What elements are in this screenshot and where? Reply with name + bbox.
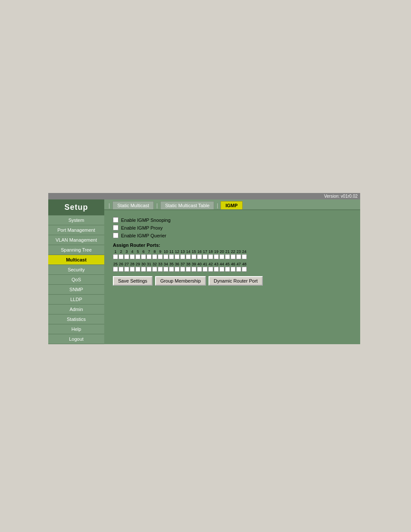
sidebar-item-spanning-tree[interactable]: Spanning Tree — [48, 245, 104, 255]
port-checkbox-10[interactable] — [163, 254, 168, 259]
port-num-10: 10 — [163, 249, 168, 254]
port-checkbox-11[interactable] — [169, 254, 174, 259]
port-num-27: 27 — [124, 262, 129, 266]
port-checkbox-19[interactable] — [214, 254, 219, 259]
port-checkbox-39[interactable] — [191, 267, 196, 272]
port-checkbox-4[interactable] — [130, 254, 135, 259]
port-num-19: 19 — [214, 249, 219, 254]
port-num-37: 37 — [180, 262, 185, 266]
port-checkbox-15[interactable] — [191, 254, 196, 259]
port-checkbox-41[interactable] — [202, 267, 208, 272]
port-checkbox-17[interactable] — [202, 254, 208, 259]
port-checkbox-1[interactable] — [113, 254, 118, 259]
ports-row2-checks[interactable] — [113, 267, 352, 272]
port-num-32: 32 — [152, 262, 157, 266]
enable-igmp-proxy-label: Enable IGMP Proxy — [121, 225, 162, 230]
port-checkbox-21[interactable] — [225, 254, 230, 259]
port-num-39: 39 — [191, 262, 196, 266]
port-num-13: 13 — [180, 249, 185, 254]
port-num-30: 30 — [141, 262, 146, 266]
ports-section: Assign Router Ports: 1234567891011121314… — [113, 243, 352, 272]
sidebar-item-logout[interactable]: Logout — [48, 334, 104, 344]
port-checkbox-23[interactable] — [236, 254, 241, 259]
port-checkbox-25[interactable] — [113, 267, 118, 272]
sidebar-item-system[interactable]: System — [48, 215, 104, 225]
port-num-42: 42 — [208, 262, 213, 266]
sidebar-item-statistics[interactable]: Statistics — [48, 314, 104, 324]
port-num-20: 20 — [219, 249, 224, 254]
port-num-25: 25 — [113, 262, 118, 266]
dynamic-router-port-button[interactable]: Dynamic Router Port — [209, 276, 263, 286]
port-num-47: 47 — [236, 262, 241, 266]
port-checkbox-9[interactable] — [158, 254, 163, 259]
port-checkbox-35[interactable] — [169, 267, 174, 272]
port-num-1: 1 — [113, 249, 118, 254]
sidebar-item-qos[interactable]: QoS — [48, 275, 104, 285]
port-checkbox-22[interactable] — [230, 254, 236, 259]
save-settings-button[interactable]: Save Settings — [113, 276, 153, 286]
sidebar-item-port-management[interactable]: Port Management — [48, 225, 104, 235]
tab-static-multicast-table[interactable]: Static Multicast Table — [160, 201, 214, 209]
port-num-31: 31 — [146, 262, 152, 266]
port-checkbox-48[interactable] — [242, 267, 247, 272]
enable-igmp-snooping-checkbox[interactable] — [113, 217, 118, 223]
port-checkbox-7[interactable] — [146, 254, 152, 259]
port-num-5: 5 — [135, 249, 140, 254]
port-checkbox-28[interactable] — [130, 267, 135, 272]
port-checkbox-32[interactable] — [152, 267, 157, 272]
port-checkbox-12[interactable] — [174, 254, 180, 259]
port-checkbox-2[interactable] — [118, 254, 124, 259]
port-checkbox-13[interactable] — [180, 254, 185, 259]
port-checkbox-45[interactable] — [225, 267, 230, 272]
group-membership-button[interactable]: Group Membership — [155, 276, 206, 286]
ports-row1-checks[interactable] — [113, 254, 352, 259]
port-checkbox-42[interactable] — [208, 267, 213, 272]
port-checkbox-3[interactable] — [124, 254, 129, 259]
tab-igmp[interactable]: IGMP — [221, 201, 242, 209]
enable-igmp-querier-checkbox[interactable] — [113, 233, 118, 238]
tab-static-multicast[interactable]: Static Multicast — [112, 201, 154, 209]
port-checkbox-31[interactable] — [146, 267, 152, 272]
buttons-row: Save Settings Group Membership Dynamic R… — [113, 276, 352, 286]
port-num-48: 48 — [242, 262, 247, 266]
port-checkbox-30[interactable] — [141, 267, 146, 272]
tab-separator-1: | — [107, 202, 112, 208]
port-num-12: 12 — [174, 249, 180, 254]
port-checkbox-36[interactable] — [174, 267, 180, 272]
port-checkbox-44[interactable] — [219, 267, 224, 272]
sidebar-item-help[interactable]: Help — [48, 324, 104, 334]
port-checkbox-20[interactable] — [219, 254, 224, 259]
port-checkbox-18[interactable] — [208, 254, 213, 259]
sidebar-item-security[interactable]: Security — [48, 265, 104, 275]
port-checkbox-29[interactable] — [135, 267, 140, 272]
port-checkbox-27[interactable] — [124, 267, 129, 272]
port-checkbox-5[interactable] — [135, 254, 140, 259]
port-checkbox-8[interactable] — [152, 254, 157, 259]
sidebar-item-multicast[interactable]: Multicast — [48, 255, 104, 265]
port-num-33: 33 — [158, 262, 163, 266]
port-checkbox-14[interactable] — [186, 254, 191, 259]
port-num-28: 28 — [130, 262, 135, 266]
port-num-38: 38 — [186, 262, 191, 266]
port-checkbox-38[interactable] — [186, 267, 191, 272]
port-checkbox-47[interactable] — [236, 267, 241, 272]
sidebar-item-vlan-management[interactable]: VLAN Management — [48, 235, 104, 245]
content-area: | Static Multicast|Static Multicast Tabl… — [104, 199, 360, 344]
port-checkbox-37[interactable] — [180, 267, 185, 272]
port-num-3: 3 — [124, 249, 129, 254]
sidebar-item-lldp[interactable]: LLDP — [48, 295, 104, 305]
port-checkbox-16[interactable] — [197, 254, 202, 259]
port-checkbox-43[interactable] — [214, 267, 219, 272]
enable-igmp-proxy-checkbox[interactable] — [113, 225, 118, 230]
port-checkbox-6[interactable] — [141, 254, 146, 259]
port-checkbox-24[interactable] — [242, 254, 247, 259]
port-checkbox-34[interactable] — [163, 267, 168, 272]
port-checkbox-40[interactable] — [197, 267, 202, 272]
port-checkbox-33[interactable] — [158, 267, 163, 272]
port-checkbox-26[interactable] — [118, 267, 124, 272]
sidebar-item-snmp[interactable]: SNMP — [48, 285, 104, 295]
tab-separator: | — [155, 202, 159, 208]
port-checkbox-46[interactable] — [230, 267, 236, 272]
enable-igmp-snooping-label: Enable IGMP Snooping — [121, 218, 171, 223]
sidebar-item-admin[interactable]: Admin — [48, 305, 104, 314]
